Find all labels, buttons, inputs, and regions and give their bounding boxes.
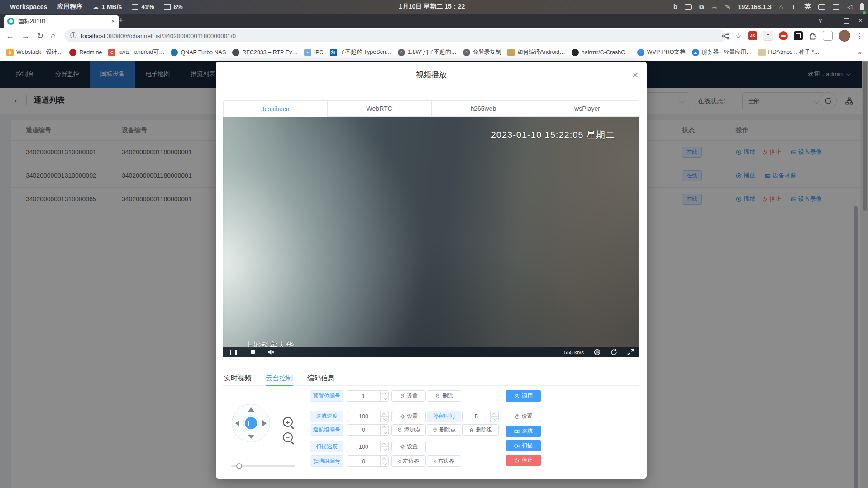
ptz-number-input[interactable]: 1 (347, 390, 389, 402)
snapshot-icon[interactable] (594, 349, 601, 355)
volume-icon[interactable]: ◁ (847, 3, 852, 10)
address-bar[interactable]: ⓘ localhost:38080/#/channelList/34020000… (65, 29, 726, 42)
ptz-right-icon[interactable] (262, 420, 267, 426)
stepper-down-icon[interactable] (381, 396, 388, 401)
ptz-action-button[interactable]: 巡航 (506, 426, 541, 437)
bookmark-item[interactable]: HDAtmos :: 种子 *… (758, 48, 820, 56)
ptz-action-button[interactable]: 调用 (506, 390, 541, 402)
ptz-number-input[interactable]: 0 (347, 455, 389, 467)
clipboard-icon[interactable]: ⧉ (699, 3, 704, 11)
bookmark-item[interactable]: Redmine (69, 49, 102, 56)
home-icon[interactable]: ⌂ (779, 3, 783, 10)
stepper-up-icon[interactable] (381, 441, 388, 446)
bookmark-star-icon[interactable]: ☆ (735, 31, 742, 41)
player-tab-webrtc[interactable]: WebRTC (328, 101, 432, 117)
ptz-action-button[interactable]: 扫描 (506, 440, 541, 451)
bookmark-item[interactable]: hairrrrr/C-CrashC… (572, 49, 631, 56)
stepper-up-icon[interactable] (381, 411, 388, 416)
slider-thumb[interactable] (236, 463, 242, 469)
stepper-down-icon[interactable] (491, 416, 498, 422)
bookmark-item[interactable]: RFC2833 – RTP Ev… (232, 49, 298, 56)
player-tab-jessibuca[interactable]: Jessibuca (224, 101, 328, 117)
bing-icon[interactable]: b (673, 3, 677, 10)
minimize-button[interactable]: – (831, 17, 835, 24)
ptz-speed-slider[interactable] (231, 463, 295, 469)
ptz-left-icon[interactable] (235, 420, 239, 426)
close-window-button[interactable]: × (858, 17, 863, 25)
bookmark-item[interactable]: ◠1.8W字|了不起的… (398, 48, 456, 56)
ptz-up-icon[interactable] (248, 407, 254, 412)
bookmark-item[interactable]: 如何编译Android… (507, 48, 565, 56)
bookmark-item[interactable]: WVP-PRO文档 (637, 48, 686, 56)
ptz-button[interactable]: 设置 (506, 411, 541, 422)
browser-tab[interactable]: 国标28181 × (4, 15, 119, 28)
ptz-center-button[interactable] (243, 415, 259, 431)
stop-icon[interactable] (251, 350, 255, 354)
ptz-button[interactable]: 删除 (427, 390, 461, 402)
input-method-indicator[interactable]: 英 (804, 3, 811, 11)
home-icon[interactable]: ⌂ (51, 31, 56, 41)
ptz-number-input[interactable]: 100 (347, 441, 389, 452)
stepper-down-icon[interactable] (381, 461, 388, 466)
detail-tab-2[interactable]: 云台控制 (266, 371, 293, 385)
ptz-button[interactable]: 设置 (391, 441, 426, 452)
extension-light-icon[interactable] (823, 31, 833, 41)
stepper-up-icon[interactable] (381, 456, 388, 461)
bookmark-item[interactable]: Cjava、android可… (108, 48, 164, 56)
detail-tab-3[interactable]: 编码信息 (307, 371, 334, 385)
workspaces-label[interactable]: Workspaces (10, 3, 47, 10)
bookmark-item[interactable]: ▪IPC (304, 49, 324, 56)
bookmark-item[interactable]: ◠免登录复制 (463, 48, 501, 56)
battery-icon[interactable] (860, 4, 864, 10)
browser-menu-icon[interactable]: ⋮ (856, 32, 863, 40)
tab-close-icon[interactable]: × (110, 18, 116, 25)
network-speed[interactable]: ☁1 MB/s (92, 3, 122, 10)
player-tab-wsplayer[interactable]: wsPlayer (535, 101, 639, 117)
ptz-number-input[interactable]: 100 (347, 411, 389, 422)
volume-muted-icon[interactable] (267, 349, 274, 355)
ip-address[interactable]: 192.168.1.3 (738, 3, 772, 10)
forward-icon[interactable]: → (21, 31, 29, 41)
reload-icon[interactable]: ↻ (37, 31, 43, 41)
ptz-number-input[interactable]: 0 (347, 424, 389, 436)
stepper-up-icon[interactable] (381, 425, 388, 430)
screenshot-icon[interactable] (685, 4, 692, 10)
ptz-button[interactable]: 设置 (391, 411, 426, 422)
ptz-button[interactable]: 添加点 (391, 424, 426, 436)
player-refresh-icon[interactable] (610, 349, 617, 355)
ptz-number-input[interactable]: 5 (462, 411, 499, 422)
bookmark-item[interactable]: ≋Webstack - 设计… (6, 48, 63, 56)
ptz-button[interactable]: 删除组 (462, 424, 499, 436)
stepper-down-icon[interactable] (381, 430, 388, 435)
extension-wine-icon[interactable] (763, 31, 773, 41)
coffee-icon[interactable]: ☕ (711, 3, 717, 10)
bookmark-item[interactable]: QNAP Turbo NAS (171, 49, 226, 56)
tab-search-caret-icon[interactable]: ∨ (818, 17, 823, 24)
maximize-button[interactable] (844, 18, 849, 24)
site-info-icon[interactable]: ⓘ (70, 32, 76, 40)
stepper-down-icon[interactable] (381, 446, 388, 452)
ptz-button[interactable]: 删除点 (427, 424, 461, 436)
extensions-puzzle-icon[interactable] (809, 32, 817, 40)
player-tab-h265web[interactable]: h265web (432, 101, 536, 117)
bookmark-item[interactable]: ☁服务器 - 轻量应用… (692, 48, 752, 56)
pause-icon[interactable] (230, 350, 237, 355)
bookmark-item[interactable]: 知了不起的 TypeScri… (330, 48, 392, 56)
stepper-up-icon[interactable] (491, 411, 498, 416)
new-tab-button[interactable]: + (119, 16, 124, 24)
ptz-down-icon[interactable] (248, 435, 254, 439)
display-icon[interactable] (833, 4, 839, 10)
detail-tab-1[interactable]: 实时视频 (224, 371, 251, 385)
stepper-down-icon[interactable] (381, 416, 388, 422)
ptz-button[interactable]: «左边界 (391, 455, 426, 467)
extension-js-icon[interactable]: JS (748, 31, 757, 40)
phone-link-icon[interactable] (818, 4, 825, 10)
ptz-action-button[interactable]: 停止 (506, 455, 541, 466)
stepper-up-icon[interactable] (381, 391, 388, 396)
applications-menu[interactable]: 应用程序 (57, 3, 82, 11)
profile-avatar[interactable] (839, 30, 850, 42)
fullscreen-icon[interactable] (627, 349, 634, 355)
ptz-button[interactable]: 设置 (391, 390, 426, 402)
bookmarks-overflow-icon[interactable]: » (858, 48, 862, 56)
workspace-grid-icon[interactable] (791, 5, 796, 9)
